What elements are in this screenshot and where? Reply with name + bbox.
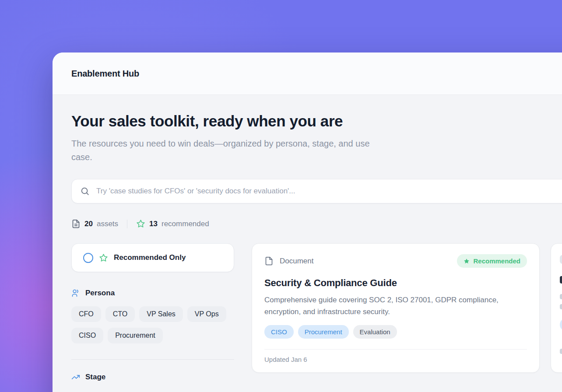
star-icon: [464, 258, 470, 264]
card-updated: Updated Jan 6: [264, 350, 527, 363]
assets-count: 20: [84, 220, 93, 228]
persona-chip-ciso[interactable]: CISO: [71, 328, 103, 343]
partial-card-desc-fragment: [560, 294, 562, 299]
partial-card-tag-fragment: [560, 318, 562, 331]
partial-card-type-fragment: [560, 255, 562, 264]
asset-card-partial[interactable]: [551, 243, 562, 373]
file-text-icon: [71, 219, 81, 228]
partial-card-title-fragment: [560, 276, 562, 284]
card-title: Security & Compliance Guide: [264, 277, 527, 289]
partial-card-desc-fragment: [560, 304, 562, 309]
sidebar-divider: [71, 359, 234, 360]
search-icon: [80, 186, 90, 196]
filters-sidebar: Recommended Only Persona CFO CTO VP Sale…: [71, 243, 234, 382]
partial-card-footer-fragment: [560, 349, 562, 354]
persona-chip-procurement[interactable]: Procurement: [108, 328, 163, 343]
app-header: Enablement Hub: [53, 52, 562, 95]
page-subtitle: The resources you need to win deals—orga…: [71, 137, 378, 164]
search-bar[interactable]: [71, 179, 562, 203]
page-title: Your sales toolkit, ready when you are: [71, 112, 562, 130]
main-content: Your sales toolkit, ready when you are T…: [53, 95, 562, 382]
stage-section-header: Stage: [71, 373, 234, 382]
persona-chips: CFO CTO VP Sales VP Ops CISO Procurement: [71, 306, 234, 343]
recommended-only-radio[interactable]: [83, 253, 93, 263]
recommended-stat: 13 recommended: [136, 219, 209, 228]
recommended-count: 13: [149, 220, 158, 228]
search-input[interactable]: [95, 186, 562, 196]
assets-stat: 20 assets: [71, 219, 118, 228]
recommended-badge: Recommended: [457, 254, 527, 268]
trending-up-icon: [71, 373, 80, 382]
assets-label: assets: [97, 220, 118, 228]
recommended-badge-label: Recommended: [473, 257, 520, 265]
card-type: Document: [264, 256, 313, 266]
persona-label: Persona: [85, 289, 115, 298]
recommended-only-label: Recommended Only: [114, 253, 186, 262]
results-grid: Document Recommended Security & Complian…: [252, 243, 562, 373]
card-type-label: Document: [280, 257, 313, 266]
persona-chip-vp-ops[interactable]: VP Ops: [187, 306, 226, 322]
tag-ciso: CISO: [264, 325, 294, 339]
persona-chip-vp-sales[interactable]: VP Sales: [139, 306, 183, 322]
tag-procurement: Procurement: [298, 325, 349, 339]
persona-section-header: Persona: [71, 289, 234, 298]
star-icon: [99, 253, 108, 262]
asset-card-security-compliance-guide[interactable]: Document Recommended Security & Complian…: [252, 243, 540, 373]
app-window: Enablement Hub Your sales toolkit, ready…: [53, 52, 562, 392]
persona-chip-cfo[interactable]: CFO: [71, 306, 101, 322]
card-tags: CISO Procurement Evaluation: [264, 325, 527, 339]
recommended-only-toggle[interactable]: Recommended Only: [71, 243, 234, 272]
recommended-label: recommended: [162, 220, 209, 228]
tag-evaluation: Evaluation: [353, 325, 397, 339]
users-icon: [71, 289, 80, 298]
star-icon: [136, 219, 145, 228]
file-icon: [264, 256, 274, 266]
stage-label: Stage: [85, 373, 105, 382]
card-description: Comprehensive guide covering SOC 2, ISO …: [264, 294, 527, 318]
persona-chip-cto[interactable]: CTO: [105, 306, 135, 322]
app-title: Enablement Hub: [71, 69, 139, 79]
stats-separator: [127, 220, 127, 228]
stats-row: 20 assets 13 recommended: [71, 219, 562, 228]
